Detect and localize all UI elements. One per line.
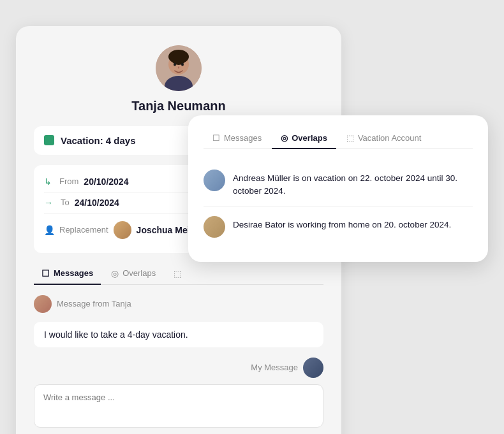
my-message-label: My Message [251,363,298,372]
my-message-row: My Message [34,358,323,378]
person-icon: 👤 [44,225,54,235]
overlaps-tab-overlaps[interactable]: ◎ Overlaps [272,128,336,149]
from-label: From [59,177,78,186]
overlaps-messages-label: Messages [224,133,262,143]
from-date: 20/10/2024 [84,177,128,187]
overlaps-vacation-label: Vacation Account [358,133,422,143]
main-tabs-row: ☐ Messages ◎ Overlaps ⬚ [34,263,323,285]
overlap-item-2: Desirae Bator is working from home on 20… [204,207,473,247]
message-from-label: Message from Tanja [57,299,131,308]
svg-point-5 [174,62,176,66]
overlaps-messages-icon: ☐ [212,133,220,143]
replacement-label: Replacement [59,225,108,235]
tab-messages[interactable]: ☐ Messages [34,263,101,285]
tab-vacation[interactable]: ⬚ [166,263,189,285]
green-square-icon [44,135,54,145]
messages-tab-icon: ☐ [41,268,50,278]
overlaps-tab-vacation[interactable]: ⬚ Vacation Account [337,128,431,149]
overlaps-card: ☐ Messages ◎ Overlaps ⬚ Vacation Account… [188,115,488,263]
message-from-row: Message from Tanja [34,295,323,313]
svg-point-7 [178,66,179,69]
vacation-title: Vacation: 4 days [61,135,136,146]
svg-point-6 [181,62,184,66]
message-bubble: I would like to take a 4-day vacation. [34,322,323,347]
overlap-text-1: Andreas Müller is on vacation on 22. oct… [233,170,473,198]
my-avatar [303,358,323,378]
tab-overlaps-label: Overlaps [122,268,156,278]
tab-overlaps[interactable]: ◎ Overlaps [103,263,163,285]
scene: Tanja Neumann Vacation: 4 days ↳ From 20… [16,13,488,421]
svg-point-4 [172,54,186,65]
messages-section: Message from Tanja I would like to take … [34,295,323,428]
overlaps-overlaps-label: Overlaps [292,133,327,143]
to-date: 24/10/2024 [75,198,119,208]
overlap-avatar-2 [204,216,225,238]
overlap-text-2: Desirae Bator is working from home on 20… [233,216,451,231]
write-message-input[interactable] [34,384,323,428]
avatar [156,45,202,91]
arrow-to-icon: → [44,198,53,208]
overlaps-vacation-icon: ⬚ [346,133,354,143]
arrow-from-icon: ↳ [44,177,52,187]
overlaps-tab-icon: ◎ [111,268,119,278]
to-label: To [61,198,70,207]
vacation-tab-icon: ⬚ [174,268,182,278]
overlaps-tab-messages[interactable]: ☐ Messages [204,128,271,149]
replacement-avatar [114,221,131,239]
user-name: Tanja Neumann [34,99,323,113]
overlaps-tabs-row: ☐ Messages ◎ Overlaps ⬚ Vacation Account [204,128,473,149]
tab-messages-label: Messages [54,268,93,278]
avatar-wrap [34,45,323,91]
overlap-avatar-1 [204,170,225,191]
overlaps-overlaps-icon: ◎ [281,133,288,143]
overlap-item-1: Andreas Müller is on vacation on 22. oct… [204,161,473,208]
sender-avatar [34,295,52,313]
